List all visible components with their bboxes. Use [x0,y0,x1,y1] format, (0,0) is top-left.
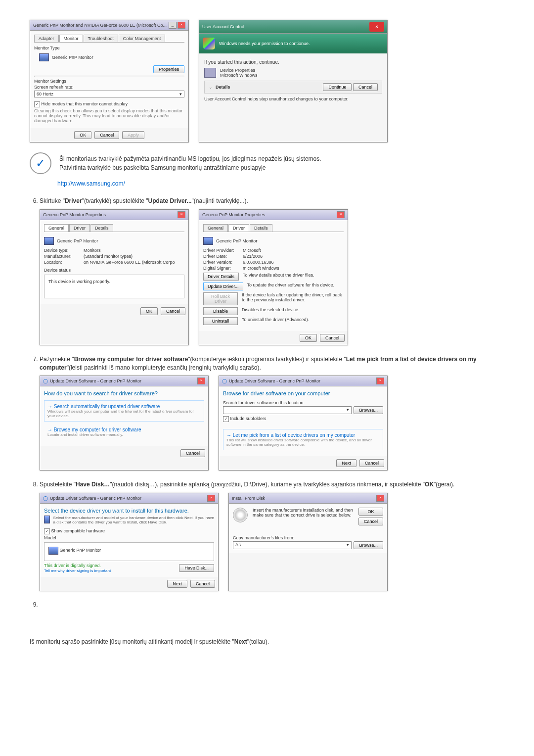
browse-button[interactable]: Browse... [354,541,383,549]
step6-text: Skirtuke "Driver"(tvarkyklė) spustelėkit… [40,197,504,205]
close-icon[interactable]: × [178,211,185,218]
uac-titlebar: User Account Control × [199,20,387,34]
monitor-name: Generic PnP Monitor [52,55,93,60]
pick-from-list-option[interactable]: → Let me pick from a list of device driv… [223,429,383,450]
include-subfolders-checkbox[interactable]: ✓ [223,416,229,422]
signed-label: This driver is digitally signed. [44,563,111,568]
continue-button[interactable]: Continue [323,83,352,91]
browse-button[interactable]: Browse... [354,406,383,414]
info-line1: Ši monitoriaus tvarkyklė pažymėta patvir… [59,154,321,163]
cancel-button[interactable]: Cancel [190,580,215,588]
uac-started: If you started this action, continue. [204,59,382,65]
uac-title: User Account Control [202,24,244,29]
cancel-button[interactable]: Cancel [359,459,384,467]
disable-button[interactable]: Disable [203,307,238,315]
refresh-rate-label: Screen refresh rate: [34,85,184,90]
close-icon[interactable]: × [197,378,205,384]
uac-dialog: User Account Control × Windows needs you… [199,20,388,142]
tab-details[interactable]: Details [250,224,272,232]
back-icon[interactable]: ◯ [43,378,48,383]
tab-driver[interactable]: Driver [69,224,90,232]
refresh-rate-select[interactable]: 60 Hertz ▾ [34,91,184,97]
tab-troubleshoot[interactable]: Troubleshoot [84,35,118,42]
monitor-properties-dialog: Generic PnP Monitor and NVIDIA GeForce 6… [30,20,189,142]
apply-button[interactable]: Apply [122,131,144,139]
cancel-button[interactable]: Cancel [358,518,383,525]
cancel-button[interactable]: Cancel [161,307,185,315]
dialog-titlebar: Generic PnP Monitor Properties × [199,210,348,220]
close-icon[interactable]: × [178,22,185,29]
have-disk-button[interactable]: Have Disk... [179,564,214,572]
back-icon[interactable]: ◯ [43,496,48,501]
ok-button[interactable]: OK [300,334,317,342]
tab-general[interactable]: General [203,224,228,232]
wizard-titlebar: ◯Update Driver Software - Generic PnP Mo… [40,493,218,504]
samsung-link[interactable]: http://www.samsung.com/ [57,180,125,187]
search-auto-option[interactable]: → Search automatically for updated drive… [44,400,204,422]
monitor-icon [48,547,58,555]
tab-driver[interactable]: Driver [228,224,249,232]
tab-general[interactable]: General [44,224,69,232]
cancel-button[interactable]: Cancel [320,334,345,342]
tab-monitor[interactable]: Monitor [59,35,83,42]
hide-modes-desc: Clearing this check box allows you to se… [34,108,184,123]
close-icon[interactable]: × [369,22,384,32]
step8-text: Spustelėkite "Have Disk…"(naudoti diską…… [40,480,504,489]
cancel-button[interactable]: Cancel [180,449,205,457]
monitor-icon [39,53,49,61]
dialog-title: Generic PnP Monitor and NVIDIA GeForce 6… [33,23,167,28]
wizard-titlebar: ◯Update Driver Software - Generic PnP Mo… [40,376,208,386]
chevron-down-icon[interactable]: ⌄ [209,85,213,90]
status-box: This device is working properly. [44,275,184,298]
cancel-button[interactable]: Cancel [353,83,378,91]
close-icon[interactable]: × [376,378,384,384]
driver-details-button[interactable]: Driver Details [203,273,239,281]
next-button[interactable]: Next [336,459,356,467]
rollback-button[interactable]: Roll Back Driver [203,292,238,305]
uac-footer: User Account Control helps stop unauthor… [204,96,382,101]
dialog-titlebar: Install From Disk × [229,493,387,504]
ok-button[interactable]: OK [74,131,91,139]
model-list[interactable]: Generic PnP Monitor [44,542,214,561]
hide-modes-label: Hide modes that this monitor cannot disp… [42,101,128,106]
close-icon[interactable]: × [337,211,345,218]
tab-adapter[interactable]: Adapter [34,35,59,42]
device-name: Device Properties [220,68,258,73]
properties-driver-dialog: Generic PnP Monitor Properties × General… [199,209,348,345]
step7-text: Pažymėkite "Browse my computer for drive… [40,355,504,372]
tab-details[interactable]: Details [90,224,113,232]
signing-link[interactable]: Tell me why driver signing is important [44,568,111,573]
monitor-type-label: Monitor Type [34,46,184,50]
final-text: Iš monitorių sąrašo pasirinkite jūsų mon… [30,638,504,646]
update-wizard-browse: ◯Update Driver Software - Generic PnP Mo… [219,376,388,471]
tab-color-mgmt[interactable]: Color Management [119,35,166,42]
cd-icon [233,508,248,522]
show-compat-checkbox[interactable]: ✓ [44,528,50,534]
update-driver-button[interactable]: Update Driver... [203,283,243,290]
dialog-titlebar: Generic PnP Monitor and NVIDIA GeForce 6… [30,20,188,31]
chevron-down-icon: ▾ [179,92,182,96]
back-icon[interactable]: ◯ [222,378,227,383]
properties-button[interactable]: Properties [153,65,184,73]
uninstall-button[interactable]: Uninstall [203,317,238,325]
next-button[interactable]: Next [167,580,187,588]
browse-computer-option[interactable]: → Browse my computer for driver software… [44,424,204,440]
device-icon [204,68,216,78]
ok-button[interactable]: OK [358,508,383,516]
install-from-disk-dialog: Install From Disk × Insert the manufactu… [228,493,388,591]
close-icon[interactable]: × [376,495,384,502]
cancel-button[interactable]: Cancel [94,131,119,139]
path-input[interactable]: ▾ [223,406,352,414]
step9-marker [40,601,504,608]
wizard-titlebar: ◯Update Driver Software - Generic PnP Mo… [219,376,387,386]
ok-button[interactable]: OK [140,307,158,315]
hide-modes-checkbox[interactable]: ✓ [34,101,40,107]
properties-general-dialog: Generic PnP Monitor Properties × General… [40,209,189,345]
details-label[interactable]: Details [216,85,230,90]
monitor-icon [203,237,213,245]
minimize-icon[interactable]: _ [169,22,177,29]
monitor-settings-label: Monitor Settings [34,79,184,84]
close-icon[interactable]: × [207,495,215,502]
drive-select[interactable]: A:\▾ [233,541,352,549]
chevron-down-icon: ▾ [347,542,349,548]
